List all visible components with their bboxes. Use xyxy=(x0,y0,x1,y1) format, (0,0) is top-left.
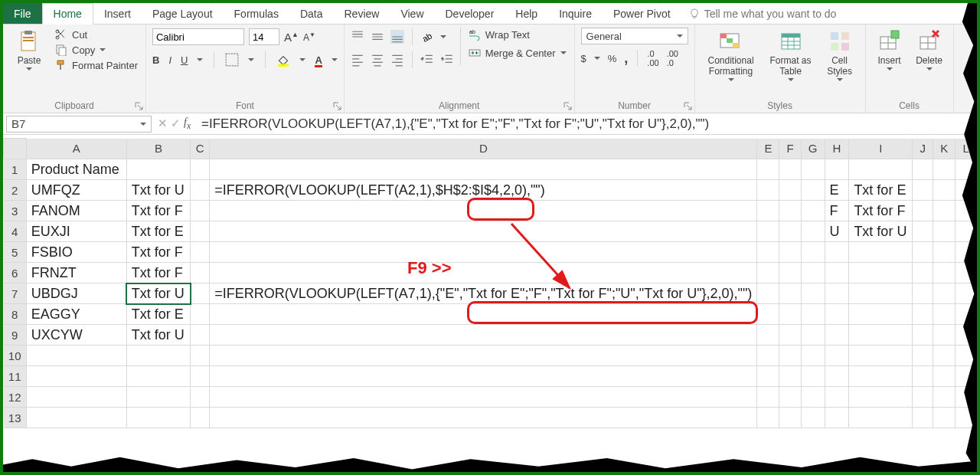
cell-I4[interactable]: Txt for U xyxy=(849,221,913,242)
cell-I10[interactable] xyxy=(849,346,913,366)
row-header-8[interactable]: 8 xyxy=(4,304,27,325)
tell-me-search[interactable]: Tell me what you want to do xyxy=(689,3,837,24)
cell-I9[interactable] xyxy=(849,325,913,346)
cell-I1[interactable] xyxy=(849,159,913,180)
cell-D10[interactable] xyxy=(210,346,757,366)
increase-indent-button[interactable] xyxy=(440,53,454,67)
cell-K11[interactable] xyxy=(933,366,956,387)
cell-I13[interactable] xyxy=(849,408,913,428)
cell-F3[interactable] xyxy=(779,201,801,221)
cell-G2[interactable] xyxy=(801,180,825,201)
cell-E11[interactable] xyxy=(757,366,779,387)
cell-B12[interactable] xyxy=(126,387,190,408)
cell-H1[interactable] xyxy=(825,159,849,180)
row-header-4[interactable]: 4 xyxy=(4,221,27,242)
cell-G9[interactable] xyxy=(801,325,825,346)
cell-F9[interactable] xyxy=(779,325,801,346)
percent-format-button[interactable]: % xyxy=(608,53,617,64)
cell-C13[interactable] xyxy=(191,408,210,428)
cell-G7[interactable] xyxy=(801,283,825,304)
cell-I12[interactable] xyxy=(849,387,913,408)
increase-font-button[interactable]: A▲ xyxy=(284,31,299,44)
cell-B5[interactable]: Txt for F xyxy=(126,242,190,263)
cell-G13[interactable] xyxy=(801,408,825,428)
wrap-text-button[interactable]: ab Wrap Text xyxy=(467,28,568,41)
copy-button[interactable]: Copy xyxy=(54,43,139,57)
column-header-H[interactable]: H xyxy=(825,139,849,159)
cell-B7[interactable]: Txt for U xyxy=(126,283,190,304)
formula-input[interactable] xyxy=(197,116,977,133)
cell-E6[interactable] xyxy=(757,263,779,283)
format-painter-button[interactable]: Format Painter xyxy=(54,58,139,72)
cell-E10[interactable] xyxy=(757,346,779,366)
column-header-F[interactable]: F xyxy=(779,139,801,159)
tab-power-pivot[interactable]: Power Pivot xyxy=(603,3,681,24)
cell-K2[interactable] xyxy=(933,180,956,201)
cell-C9[interactable] xyxy=(191,325,210,346)
row-header-3[interactable]: 3 xyxy=(4,201,27,221)
cell-D13[interactable] xyxy=(210,408,757,428)
select-all-button[interactable] xyxy=(4,139,27,159)
cell-E8[interactable] xyxy=(757,304,779,325)
decrease-indent-button[interactable] xyxy=(420,53,434,67)
font-name-input[interactable] xyxy=(152,28,244,45)
font-color-button[interactable]: A xyxy=(315,54,322,66)
cell-E12[interactable] xyxy=(757,387,779,408)
number-format-combo[interactable]: General xyxy=(581,28,688,44)
column-header-D[interactable]: D xyxy=(210,139,757,159)
cell-B13[interactable] xyxy=(126,408,190,428)
cell-H2[interactable]: E xyxy=(825,180,849,201)
cell-J9[interactable] xyxy=(913,325,933,346)
cell-F13[interactable] xyxy=(779,408,801,428)
cell-J13[interactable] xyxy=(913,408,933,428)
cell-B10[interactable] xyxy=(126,346,190,366)
cell-I11[interactable] xyxy=(849,366,913,387)
cell-G10[interactable] xyxy=(801,346,825,366)
cell-F7[interactable] xyxy=(779,283,801,304)
cell-J11[interactable] xyxy=(913,366,933,387)
cut-button[interactable]: Cut xyxy=(54,28,139,41)
cell-A9[interactable]: UXCYW xyxy=(26,325,126,346)
tab-formulas[interactable]: Formulas xyxy=(224,3,289,24)
cell-C5[interactable] xyxy=(191,242,210,263)
cell-K4[interactable] xyxy=(933,221,956,242)
italic-button[interactable]: I xyxy=(168,54,172,66)
column-header-G[interactable]: G xyxy=(801,139,825,159)
cell-H6[interactable] xyxy=(825,263,849,283)
cell-H8[interactable] xyxy=(825,304,849,325)
cell-F1[interactable] xyxy=(779,159,801,180)
column-header-B[interactable]: B xyxy=(126,139,190,159)
decrease-decimal-button[interactable]: .00.0 xyxy=(667,49,678,67)
cell-styles-button[interactable]: Cell Styles xyxy=(821,28,859,83)
tab-insert[interactable]: Insert xyxy=(93,3,142,24)
delete-cells-button[interactable]: Delete xyxy=(912,28,947,72)
cell-D8[interactable] xyxy=(210,304,757,325)
cell-A6[interactable]: FRNZT xyxy=(26,263,126,283)
cell-A3[interactable]: FANOM xyxy=(26,201,126,221)
cell-H13[interactable] xyxy=(825,408,849,428)
cell-E5[interactable] xyxy=(757,242,779,263)
cell-B6[interactable]: Txt for F xyxy=(126,263,190,283)
tab-review[interactable]: Review xyxy=(334,3,390,24)
cell-B9[interactable]: Txt for U xyxy=(126,325,190,346)
align-bottom-button[interactable] xyxy=(390,30,404,44)
tab-view[interactable]: View xyxy=(390,3,434,24)
tab-developer[interactable]: Developer xyxy=(435,3,505,24)
cell-F11[interactable] xyxy=(779,366,801,387)
cell-D9[interactable] xyxy=(210,325,757,346)
cell-C2[interactable] xyxy=(191,180,210,201)
cell-H10[interactable] xyxy=(825,346,849,366)
comma-format-button[interactable]: , xyxy=(624,51,628,67)
cell-G8[interactable] xyxy=(801,304,825,325)
cell-J5[interactable] xyxy=(913,242,933,263)
name-box[interactable]: B7 xyxy=(6,116,152,133)
column-header-I[interactable]: I xyxy=(849,139,913,159)
cell-I3[interactable]: Txt for F xyxy=(849,201,913,221)
row-header-11[interactable]: 11 xyxy=(4,366,27,387)
cell-D3[interactable] xyxy=(210,201,757,221)
cell-H11[interactable] xyxy=(825,366,849,387)
cell-E2[interactable] xyxy=(757,180,779,201)
cell-A7[interactable]: UBDGJ xyxy=(26,283,126,304)
cell-A4[interactable]: EUXJI xyxy=(26,221,126,242)
cell-B8[interactable]: Txt for E xyxy=(126,304,190,325)
